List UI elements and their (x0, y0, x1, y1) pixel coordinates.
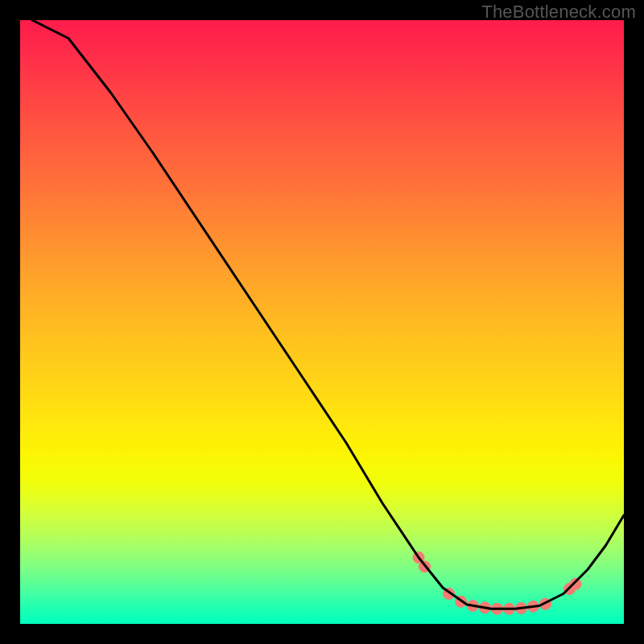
chart-container: TheBottleneck.com (0, 0, 644, 644)
watermark-text: TheBottleneck.com (481, 2, 636, 23)
plot-gradient-background (20, 20, 624, 624)
